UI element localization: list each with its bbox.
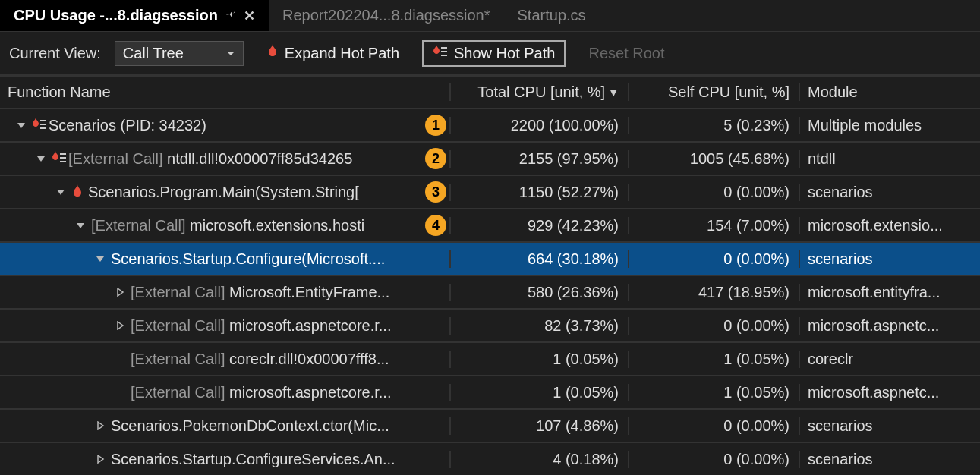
module-cell: scenarios — [800, 417, 980, 435]
view-label: Current View: — [9, 45, 101, 62]
tab-label: Report202204...8.diagsession* — [282, 7, 490, 24]
external-call-prefix: [External Call] — [91, 217, 190, 234]
function-cell: [External Call] coreclr.dll!0x00007fff8.… — [0, 351, 451, 368]
dropdown-value: Call Tree — [123, 45, 184, 62]
self-cpu-cell: 154 (7.00%) — [629, 217, 800, 234]
function-name: Scenarios (PID: 34232) — [49, 117, 206, 134]
expander-icon[interactable] — [55, 187, 67, 197]
function-cell: Scenarios (PID: 34232) — [0, 117, 451, 134]
flame-line-icon — [52, 151, 64, 166]
tab-startup[interactable]: Startup.cs — [504, 0, 600, 31]
function-name: [External Call] microsoft.aspnetcore.r..… — [131, 384, 391, 401]
self-cpu-cell: 1 (0.05%) — [629, 384, 800, 401]
header-function[interactable]: Function Name — [0, 83, 451, 101]
button-label: Reset Root — [588, 45, 664, 62]
toolbar: Current View: Call Tree Expand Hot Path … — [0, 32, 980, 76]
total-cpu-cell: 2155 (97.95%) — [451, 150, 629, 168]
module-cell: microsoft.extensio... — [800, 217, 980, 234]
total-cpu-cell: 2200 (100.00%) — [451, 117, 629, 134]
table-row[interactable]: Scenarios.Program.Main(System.String[311… — [0, 176, 980, 209]
external-call-prefix: [External Call] — [68, 150, 167, 167]
function-name: Scenarios.Startup.Configure(Microsoft...… — [111, 250, 385, 268]
expander-icon[interactable] — [114, 321, 126, 330]
callout-badge: 3 — [425, 181, 446, 203]
header-total-cpu[interactable]: Total CPU [unit, %] ▼ — [451, 83, 629, 101]
flame-line-icon — [433, 45, 448, 62]
module-cell: scenarios — [800, 250, 980, 268]
external-call-prefix: [External Call] — [131, 317, 229, 334]
total-cpu-cell: 580 (26.36%) — [451, 284, 629, 301]
self-cpu-cell: 5 (0.23%) — [629, 117, 800, 134]
tab-bar: CPU Usage -...8.diagsession ✕ Report2022… — [0, 0, 980, 32]
chevron-down-icon — [226, 45, 235, 62]
expander-icon[interactable] — [74, 221, 87, 230]
table-row[interactable]: Scenarios.Startup.Configure(Microsoft...… — [0, 243, 980, 276]
callout-badge: 1 — [425, 115, 446, 136]
self-cpu-cell: 0 (0.00%) — [629, 184, 800, 201]
flame-icon — [266, 44, 279, 63]
svg-rect-1 — [441, 51, 447, 52]
table-row[interactable]: [External Call] microsoft.aspnetcore.r..… — [0, 310, 980, 343]
expand-hot-path-button[interactable]: Expand Hot Path — [257, 41, 408, 66]
svg-rect-3 — [40, 120, 46, 121]
table-row[interactable]: Scenarios (PID: 34232)12200 (100.00%)5 (… — [0, 109, 980, 143]
callout-badge: 2 — [425, 148, 446, 169]
total-cpu-cell: 107 (4.86%) — [451, 417, 629, 435]
expander-icon[interactable] — [94, 421, 106, 430]
show-hot-path-button[interactable]: Show Hot Path — [422, 40, 566, 67]
function-name: [External Call] ntdll.dll!0x00007ff85d34… — [68, 150, 352, 168]
close-icon[interactable]: ✕ — [244, 8, 255, 24]
external-call-prefix: [External Call] — [131, 384, 229, 401]
table-row[interactable]: Scenarios.PokemonDbContext.ctor(Mic...10… — [0, 410, 980, 443]
sort-desc-icon: ▼ — [608, 87, 619, 99]
self-cpu-cell: 0 (0.00%) — [629, 417, 800, 435]
function-name: Scenarios.Program.Main(System.String[ — [88, 184, 359, 201]
self-cpu-cell: 0 (0.00%) — [629, 317, 800, 335]
expander-icon[interactable] — [94, 455, 106, 464]
function-cell: [External Call] microsoft.aspnetcore.r..… — [0, 384, 451, 401]
tab-cpu-usage[interactable]: CPU Usage -...8.diagsession ✕ — [0, 0, 269, 31]
self-cpu-cell: 417 (18.95%) — [629, 284, 800, 301]
view-dropdown[interactable]: Call Tree — [115, 41, 244, 66]
svg-rect-8 — [60, 161, 66, 162]
function-cell: Scenarios.Program.Main(System.String[ — [0, 184, 451, 201]
self-cpu-cell: 1 (0.05%) — [629, 351, 800, 368]
expander-icon[interactable] — [15, 121, 27, 130]
table-row[interactable]: [External Call] ntdll.dll!0x00007ff85d34… — [0, 143, 980, 176]
tab-report[interactable]: Report202204...8.diagsession* — [269, 0, 504, 31]
header-self-cpu[interactable]: Self CPU [unit, %] — [629, 83, 800, 101]
function-cell: [External Call] microsoft.aspnetcore.r..… — [0, 317, 451, 335]
table-row[interactable]: [External Call] microsoft.extensions.hos… — [0, 209, 980, 243]
expander-icon[interactable] — [35, 154, 47, 163]
tab-label: Startup.cs — [518, 7, 586, 24]
svg-rect-2 — [441, 55, 447, 56]
svg-rect-6 — [60, 153, 66, 155]
module-cell: ntdll — [800, 150, 980, 168]
svg-rect-4 — [40, 124, 46, 125]
table-row[interactable]: [External Call] microsoft.aspnetcore.r..… — [0, 376, 980, 410]
total-cpu-cell: 4 (0.18%) — [451, 451, 629, 468]
flame-line-icon — [32, 118, 44, 133]
reset-root-button[interactable]: Reset Root — [579, 42, 673, 65]
self-cpu-cell: 1005 (45.68%) — [629, 150, 800, 168]
table-row[interactable]: [External Call] Microsoft.EntityFrame...… — [0, 276, 980, 310]
function-name: [External Call] coreclr.dll!0x00007fff8.… — [131, 351, 389, 368]
pin-icon[interactable] — [225, 8, 236, 24]
self-cpu-cell: 0 (0.00%) — [629, 250, 800, 268]
module-cell: microsoft.aspnetc... — [800, 384, 980, 401]
function-name: [External Call] Microsoft.EntityFrame... — [131, 284, 389, 301]
table-row[interactable]: [External Call] coreclr.dll!0x00007fff8.… — [0, 343, 980, 376]
header-module[interactable]: Module — [800, 83, 980, 101]
column-headers: Function Name Total CPU [unit, %] ▼ Self… — [0, 76, 980, 109]
expander-icon[interactable] — [114, 288, 126, 297]
expander-icon[interactable] — [94, 254, 106, 263]
external-call-prefix: [External Call] — [131, 284, 229, 300]
module-cell: coreclr — [800, 351, 980, 368]
table-row[interactable]: Scenarios.Startup.ConfigureServices.An..… — [0, 443, 980, 475]
total-cpu-cell: 1 (0.05%) — [451, 351, 629, 368]
call-tree-rows: Scenarios (PID: 34232)12200 (100.00%)5 (… — [0, 109, 980, 475]
svg-rect-7 — [60, 157, 66, 159]
function-cell: [External Call] ntdll.dll!0x00007ff85d34… — [0, 150, 451, 168]
function-name: Scenarios.PokemonDbContext.ctor(Mic... — [111, 417, 389, 435]
total-cpu-cell: 929 (42.23%) — [451, 217, 629, 234]
